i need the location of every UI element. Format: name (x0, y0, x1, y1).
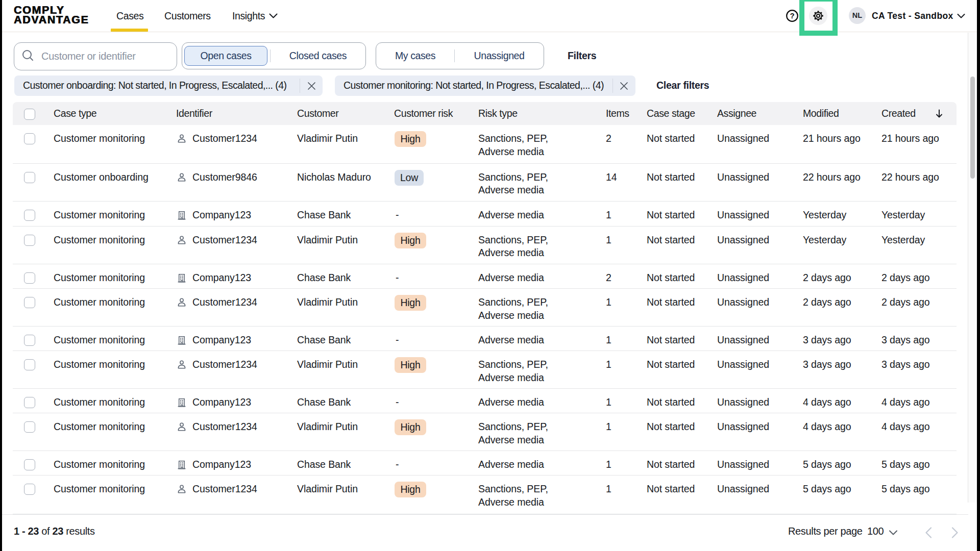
svg-text:?: ? (790, 11, 794, 20)
